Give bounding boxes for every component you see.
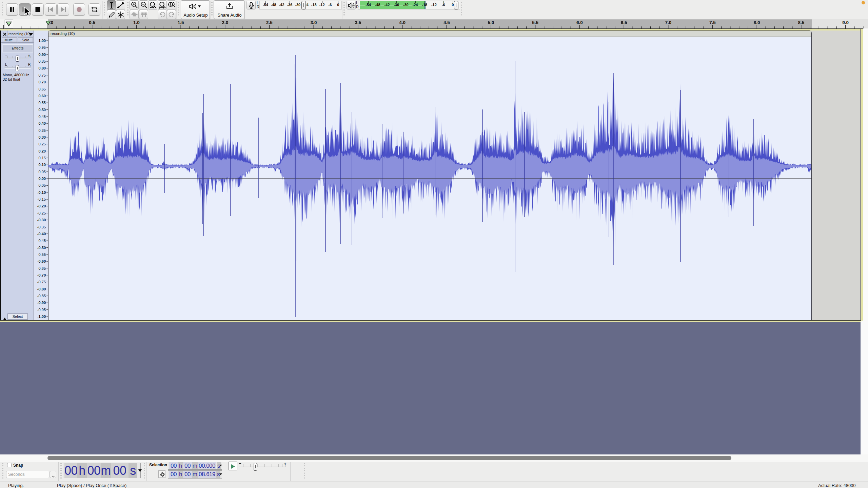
svg-text:2.5: 2.5 — [266, 20, 273, 25]
svg-text:0.45: 0.45 — [39, 115, 46, 119]
svg-text:0.25: 0.25 — [39, 142, 46, 146]
svg-text:-0.25: -0.25 — [37, 211, 46, 215]
svg-text:0.70: 0.70 — [39, 80, 46, 84]
svg-text:0.05: 0.05 — [39, 170, 46, 174]
svg-text:6.5: 6.5 — [621, 20, 627, 25]
svg-text:7.5: 7.5 — [709, 20, 716, 25]
svg-text:2.0: 2.0 — [222, 20, 228, 25]
svg-text:0.5: 0.5 — [89, 20, 95, 25]
svg-text:-0.85: -0.85 — [37, 294, 46, 298]
svg-text:-0.65: -0.65 — [37, 266, 46, 270]
svg-text:-0.50: -0.50 — [37, 246, 46, 250]
svg-text:0.35: 0.35 — [39, 128, 46, 133]
svg-text:0.90: 0.90 — [39, 53, 46, 57]
svg-text:-0.70: -0.70 — [37, 273, 46, 277]
svg-text:-0.95: -0.95 — [37, 308, 46, 312]
svg-text:4.0: 4.0 — [399, 20, 406, 25]
svg-text:0.95: 0.95 — [39, 45, 46, 49]
svg-text:0.30: 0.30 — [39, 135, 46, 139]
svg-text:-0.20: -0.20 — [37, 204, 46, 208]
svg-text:0.60: 0.60 — [39, 94, 46, 98]
svg-text:8.0: 8.0 — [754, 20, 760, 25]
svg-text:5.0: 5.0 — [488, 20, 494, 25]
svg-text:-0.80: -0.80 — [37, 287, 46, 291]
svg-text:0.10: 0.10 — [39, 163, 46, 167]
svg-text:-0.40: -0.40 — [37, 232, 46, 236]
svg-text:8.5: 8.5 — [798, 20, 805, 25]
svg-text:0.50: 0.50 — [39, 108, 46, 112]
svg-text:4.5: 4.5 — [443, 20, 450, 25]
svg-text:9.0: 9.0 — [842, 20, 849, 25]
svg-text:1.5: 1.5 — [178, 20, 184, 25]
svg-text:3.0: 3.0 — [311, 20, 317, 25]
svg-text:-1.00: -1.00 — [37, 314, 46, 319]
svg-text:-0.15: -0.15 — [37, 197, 46, 201]
svg-text:0.40: 0.40 — [39, 121, 46, 125]
svg-text:-0.55: -0.55 — [37, 252, 46, 257]
svg-text:0.80: 0.80 — [39, 66, 46, 70]
svg-text:-0.45: -0.45 — [37, 239, 46, 243]
svg-text:0.15: 0.15 — [39, 156, 46, 160]
svg-text:0.00: 0.00 — [39, 177, 46, 181]
svg-text:0.85: 0.85 — [39, 59, 46, 63]
svg-text:0.65: 0.65 — [39, 87, 46, 91]
svg-text:1.0: 1.0 — [133, 20, 140, 25]
svg-text:0.55: 0.55 — [39, 101, 46, 105]
svg-text:0.20: 0.20 — [39, 149, 46, 153]
svg-text:-0.90: -0.90 — [37, 301, 46, 305]
svg-text:-0.60: -0.60 — [37, 259, 46, 263]
svg-text:-0.10: -0.10 — [37, 190, 46, 195]
svg-text:0.75: 0.75 — [39, 73, 46, 77]
svg-text:-0.35: -0.35 — [37, 225, 46, 229]
svg-text:3.5: 3.5 — [355, 20, 361, 25]
svg-text:1.00: 1.00 — [39, 39, 46, 43]
svg-text:6.0: 6.0 — [576, 20, 583, 25]
svg-text:5.5: 5.5 — [532, 20, 538, 25]
svg-text:7.0: 7.0 — [665, 20, 671, 25]
svg-text:-0.30: -0.30 — [37, 218, 46, 222]
svg-text:-0.75: -0.75 — [37, 280, 46, 284]
svg-text:-0.05: -0.05 — [37, 183, 46, 187]
